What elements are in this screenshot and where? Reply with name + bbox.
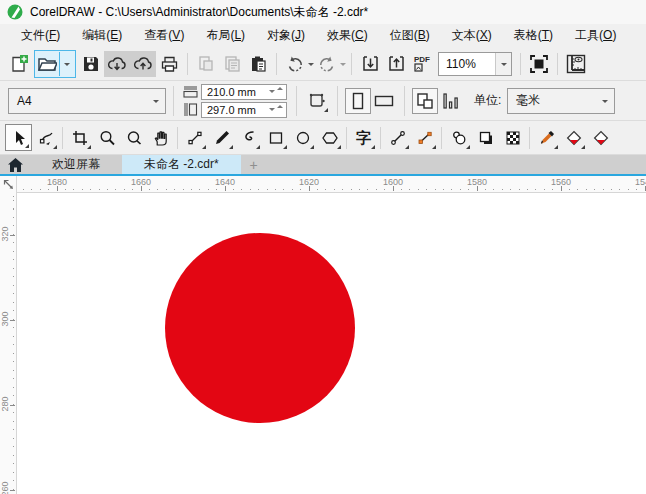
units-combo[interactable]: 毫米 [507,88,615,114]
brush-icon [213,129,231,147]
import-button[interactable] [357,51,383,77]
ruler-tick [10,235,15,236]
parallel-dimension-tool[interactable] [384,124,411,151]
page-width-spinner[interactable] [269,87,286,96]
cloud-upload-button[interactable] [130,51,156,77]
menu-file[interactable]: 文件(F) [10,24,71,47]
toolbar-separator [557,53,558,75]
shape-tool[interactable] [32,124,59,151]
ruler-origin[interactable] [0,176,17,193]
menu-layout[interactable]: 布局(L) [195,24,256,47]
current-page-button[interactable] [438,88,464,114]
new-tab-button[interactable]: + [241,155,267,174]
block-shadow-tool[interactable] [472,124,499,151]
zoom-level-combo[interactable]: 110% [438,52,512,76]
zoom-alt-tool[interactable] [120,124,147,151]
ruler-label: 280 [0,387,10,421]
menu-bitmaps[interactable]: 位图(B) [379,24,441,47]
save-button[interactable] [78,51,104,77]
full-screen-preview-button[interactable] [526,51,552,77]
pick-icon [10,129,28,147]
toolbox-separator [177,127,178,149]
propbar-separator [337,86,338,116]
cloud-download-icon [107,55,127,73]
undo-button[interactable] [282,51,308,77]
toolbar-separator [276,53,277,75]
rectangle-tool[interactable] [262,124,289,151]
landscape-icon [373,92,395,110]
polygon-tool[interactable] [316,124,343,151]
show-rulers-button[interactable] [563,51,589,77]
redo-dropdown[interactable] [340,63,346,69]
cut-icon [197,55,215,73]
horizontal-ruler[interactable]: 16801660164016201600158015601540 [0,176,646,193]
open-split-button[interactable] [34,50,76,78]
page-width-icon [183,85,198,98]
open-folder-icon [37,55,57,73]
app-logo-icon [7,4,23,20]
crop-tool[interactable] [66,124,93,151]
vertical-ruler[interactable]: 320300280260 [0,193,17,494]
units-dropdown[interactable] [596,96,614,106]
drawing-canvas[interactable] [17,193,646,494]
connector-tool[interactable] [411,124,438,151]
freehand-tool[interactable] [181,124,208,151]
toolbox-separator [346,127,347,149]
page-height-value: 297.0 mm [202,104,269,116]
menu-text[interactable]: 文本(X) [441,24,503,47]
new-document-icon [9,54,29,74]
pen-tool[interactable] [235,124,262,151]
menu-tools[interactable]: 工具(O) [564,24,627,47]
page-width-field[interactable]: 210.0 mm [201,84,287,100]
print-button[interactable] [156,51,182,77]
page-dimensions-icon [307,91,327,111]
page-height-field[interactable]: 297.0 mm [201,102,287,118]
home-button[interactable] [0,155,30,174]
toolbar-separator [351,53,352,75]
magnifier-icon [125,129,143,147]
zoom-level-dropdown[interactable] [495,53,511,75]
pick-tool[interactable] [5,124,32,151]
zoom-tool[interactable] [93,124,120,151]
publish-to-pdf-button[interactable]: PDF [409,51,435,77]
checkerboard-icon [504,129,522,147]
page-dimensions-button[interactable] [304,88,330,114]
menu-table[interactable]: 表格(T) [503,24,564,47]
block-shadow-icon [477,129,495,147]
print-icon [160,55,179,73]
smart-fill-tool[interactable] [587,124,614,151]
red-circle-object[interactable] [165,233,355,423]
new-document-button[interactable] [6,51,32,77]
artistic-media-tool[interactable] [208,124,235,151]
color-eyedropper-tool[interactable] [533,124,560,151]
menu-view[interactable]: 查看(V) [133,24,195,47]
drop-shadow-tool[interactable] [445,124,472,151]
transparency-tool[interactable] [499,124,526,151]
export-button[interactable] [383,51,409,77]
redo-button[interactable] [314,51,340,77]
open-dropdown[interactable] [59,52,73,76]
interactive-fill-tool[interactable] [560,124,587,151]
tab-document[interactable]: 未命名 -2.cdr* [122,155,241,174]
chevron-down-icon [153,100,159,106]
page-size-dropdown[interactable] [147,96,165,106]
document-tab-bar: 欢迎屏幕 未命名 -2.cdr* + [0,155,646,176]
pan-tool[interactable] [147,124,174,151]
chevron-down-icon [602,100,608,106]
page-height-spinner[interactable] [269,105,286,114]
standard-toolbar: PDF 110% [0,47,646,81]
ellipse-tool[interactable] [289,124,316,151]
propbar-separator [173,86,174,116]
landscape-button[interactable] [371,88,397,114]
undo-icon [285,55,305,73]
page-size-combo[interactable]: A4 [8,88,166,114]
portrait-button[interactable] [345,88,371,114]
text-tool[interactable]: 字 [350,124,377,151]
menu-object[interactable]: 对象(J) [256,24,316,47]
all-pages-button[interactable] [412,88,438,114]
cloud-download-button[interactable] [104,51,130,77]
menu-effects[interactable]: 效果(C) [316,24,379,47]
menu-edit[interactable]: 编辑(E) [71,24,133,47]
tab-welcome-screen[interactable]: 欢迎屏幕 [30,155,122,174]
paste-button[interactable] [245,51,271,77]
